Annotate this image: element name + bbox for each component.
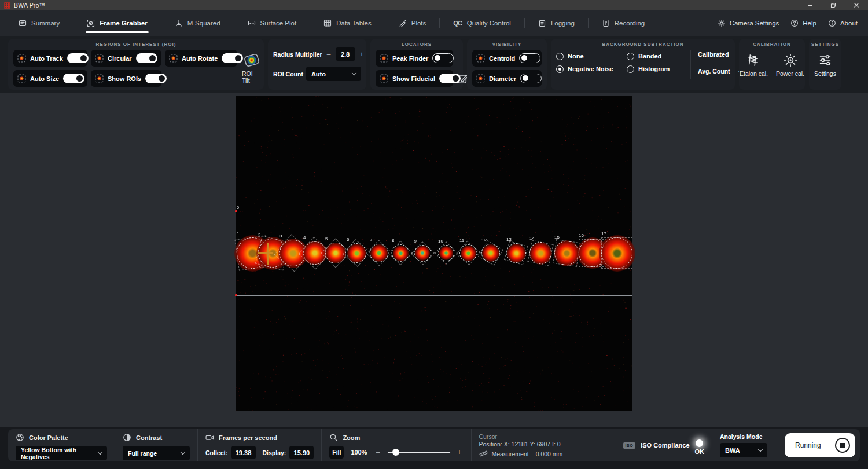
run-stop-button[interactable]: Running: [785, 433, 855, 457]
centroid-toggle[interactable]: [519, 53, 540, 63]
cursor-section: Cursor Position: X: 12181 Y: 6907 I: 0 M…: [471, 429, 616, 461]
help-button[interactable]: Help: [790, 19, 816, 27]
zoom-percent: 100%: [351, 449, 367, 456]
diameter-toggle[interactable]: [520, 74, 542, 83]
tab-plots[interactable]: Plots: [393, 10, 432, 36]
analysis-mode-select[interactable]: BWA: [720, 443, 767, 457]
zoom-slider-knob[interactable]: [392, 449, 399, 456]
roi-count-value: Auto: [311, 71, 326, 78]
radio-label: Negative Noise: [568, 65, 613, 72]
zoom-label: Zoom: [343, 434, 360, 441]
tab-frame-grabber[interactable]: Frame Grabber: [81, 10, 153, 36]
settings-panel-title: SETTINGS: [811, 42, 839, 47]
tab-divider: [524, 18, 525, 28]
action-label: Camera Settings: [730, 20, 779, 27]
chevron-down-icon: [98, 450, 102, 455]
restore-button[interactable]: [822, 0, 845, 10]
main-navigation: SummaryFrame GrabberM-SquaredSurface Plo…: [0, 10, 868, 36]
show-rois-toggle[interactable]: [145, 74, 167, 83]
camera-settings-button[interactable]: Camera Settings: [718, 19, 779, 27]
status-bar: Color Palette Yellow Bottom with Negativ…: [0, 427, 868, 469]
etalon-cal-button[interactable]: Etalon cal.: [740, 53, 768, 77]
camera-image[interactable]: 0 1234567891011121314151617: [236, 96, 632, 411]
tab-label: Quality Control: [467, 20, 511, 27]
app-logo-icon: [4, 2, 10, 9]
camera-icon: [205, 433, 214, 442]
banded-radio[interactable]: Banded: [627, 53, 689, 60]
roi-number-label: 14: [529, 236, 535, 241]
fps-display-value[interactable]: 15.90: [289, 446, 314, 459]
surface-plot-icon: [248, 19, 256, 27]
chip-label: Show Fiducial: [392, 75, 435, 82]
color-palette-select[interactable]: Yellow Bottom with Negatives: [16, 446, 107, 460]
gear-icon: [718, 19, 726, 27]
roi-number-label: 7: [370, 237, 372, 243]
none-radio[interactable]: None: [556, 53, 627, 60]
negative-noise-radio[interactable]: Negative Noise: [556, 65, 627, 73]
radius-multiplier-label: Radius Multiplier: [273, 51, 322, 58]
tab-divider: [439, 18, 440, 28]
tab-quality-control[interactable]: QCQuality Control: [447, 10, 517, 36]
tab-data-tables[interactable]: Data Tables: [318, 10, 377, 36]
roi-outline-circle: [506, 243, 526, 263]
plots-icon: [399, 19, 407, 27]
roi-number-label: 13: [506, 237, 512, 242]
roi-number-label: 6: [347, 237, 349, 242]
auto-rotate-toggle[interactable]: [222, 53, 243, 63]
fps-collect-value[interactable]: 19.38: [231, 446, 256, 459]
roi-outline-circle: [370, 244, 388, 262]
diameter-chip: Diameter: [472, 70, 542, 87]
roi-outline-circle: [459, 244, 477, 262]
palette-icon: [16, 433, 24, 442]
auto-track-toggle[interactable]: [67, 53, 89, 63]
data-tables-icon: [323, 19, 332, 27]
auto-rotate-chip: Auto Rotate: [165, 50, 237, 67]
peak-finder-toggle[interactable]: [432, 53, 454, 63]
m-squared-icon: [175, 19, 183, 27]
main-view: 0 1234567891011121314151617: [0, 93, 868, 427]
centroid-chip: Centroid: [472, 50, 542, 67]
minimize-button[interactable]: [799, 0, 822, 10]
chevron-down-icon: [352, 71, 356, 75]
background-subtraction-panel: BACKGROUND SUBTRACTION NoneBandedNegativ…: [551, 39, 735, 90]
show-fiducial-icon: [380, 74, 388, 83]
roi-outline-circle: [392, 244, 409, 262]
tab-label: M-Squared: [187, 20, 220, 27]
tab-summary[interactable]: Summary: [13, 10, 65, 36]
radius-decrease-button[interactable]: –: [325, 50, 333, 58]
zoom-slider[interactable]: [388, 449, 450, 456]
zoom-fill-button[interactable]: Fill: [329, 446, 344, 459]
fps-display-label: Display:: [263, 449, 286, 456]
tab-label: Logging: [551, 20, 575, 27]
contrast-select[interactable]: Full range: [123, 446, 190, 460]
roi-tilt-button[interactable]: ROI Tilt: [242, 52, 262, 84]
radio-label: None: [568, 53, 584, 60]
chevron-down-icon: [758, 447, 763, 452]
tab-m-squared[interactable]: M-Squared: [169, 10, 226, 36]
radius-multiplier-value[interactable]: 2.8: [336, 47, 355, 61]
show-fiducial-toggle[interactable]: [439, 74, 461, 83]
chip-label: Auto Rotate: [182, 55, 218, 62]
zoom-decrease-button[interactable]: –: [374, 448, 382, 456]
tab-surface-plot[interactable]: Surface Plot: [242, 10, 303, 36]
chip-label: Auto Track: [30, 55, 63, 62]
chip-label: Circular: [108, 55, 132, 62]
roi-panel-title: REGIONS OF INTEREST (ROI): [13, 42, 259, 47]
roi-number-label: 2: [258, 232, 260, 237]
color-palette-label: Color Palette: [29, 434, 68, 441]
about-button[interactable]: About: [828, 19, 858, 27]
circular-toggle[interactable]: [136, 53, 157, 63]
tab-recording[interactable]: Recording: [596, 10, 650, 36]
zoom-increase-button[interactable]: +: [456, 448, 464, 456]
auto-size-toggle[interactable]: [63, 74, 84, 83]
radius-increase-button[interactable]: +: [358, 50, 366, 58]
power-cal-button[interactable]: Power cal.: [776, 53, 804, 77]
contrast-section: Contrast Full range: [115, 429, 197, 461]
roi-number-label: 11: [459, 238, 464, 243]
tab-logging[interactable]: Logging: [532, 10, 580, 36]
close-icon[interactable]: [845, 0, 868, 10]
histogram-radio[interactable]: Histogram: [627, 65, 689, 73]
settings-button[interactable]: Settings: [814, 53, 836, 77]
cursor-position: Position: X: 12181 Y: 6907 I: 0: [479, 441, 608, 448]
roi-count-select[interactable]: Auto: [306, 67, 361, 81]
